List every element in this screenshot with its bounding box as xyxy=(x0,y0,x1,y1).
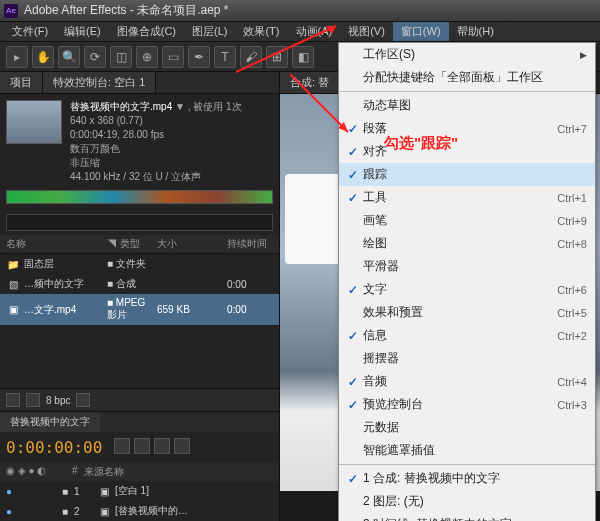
col-dur[interactable]: 持续时间 xyxy=(227,237,273,251)
menu-file[interactable]: 文件(F) xyxy=(4,22,56,41)
menu-item-label: 文字 xyxy=(363,281,557,298)
menu-item[interactable]: ✓跟踪 xyxy=(339,163,595,186)
tab-effects[interactable]: 特效控制台: 空白 1 xyxy=(43,72,156,93)
anchor-tool-icon[interactable]: ⊕ xyxy=(136,46,158,68)
camera-tool-icon[interactable]: ◫ xyxy=(110,46,132,68)
footage-color-strip xyxy=(6,190,273,204)
timecode[interactable]: 0:00:00:00 xyxy=(0,432,108,463)
project-rows: 📁固态层■ 文件夹▧…频中的文字■ 合成0:00▣…文字.mp4■ MPEG 影… xyxy=(0,254,279,388)
column-header: 名称 ◥ 类型 大小 持续时间 xyxy=(0,235,279,254)
menu-item[interactable]: ✓1 合成: 替换视频中的文字 xyxy=(339,467,595,490)
pen-tool-icon[interactable]: ✒ xyxy=(188,46,210,68)
menu-item[interactable]: 动态草图 xyxy=(339,94,595,117)
menu-item[interactable]: 元数据 xyxy=(339,416,595,439)
submenu-arrow-icon: ▶ xyxy=(580,50,587,60)
menu-item-label: 段落 xyxy=(363,120,557,137)
menu-item-label: 2 图层: (无) xyxy=(363,493,587,510)
menu-layer[interactable]: 图层(L) xyxy=(184,22,235,41)
tab-comp[interactable]: 合成: 替 xyxy=(280,72,340,93)
eye-icon[interactable]: ● xyxy=(6,506,20,517)
menu-item[interactable]: 平滑器 xyxy=(339,255,595,278)
menu-item[interactable]: ✓预览控制台Ctrl+3 xyxy=(339,393,595,416)
timeline-layer[interactable]: ●■2▣[替换视频中的… xyxy=(0,501,279,521)
menu-shortcut: Ctrl+8 xyxy=(557,238,587,250)
menu-item-label: 绘图 xyxy=(363,235,557,252)
layer-color-icon[interactable]: ■ xyxy=(62,506,68,517)
menu-item[interactable]: 智能遮罩插值 xyxy=(339,439,595,462)
app-logo-icon: Ae xyxy=(4,4,18,18)
menu-item-label: 智能遮罩插值 xyxy=(363,442,587,459)
menu-item[interactable]: 工作区(S)▶ xyxy=(339,43,595,66)
window-menu-dropdown: 工作区(S)▶分配快捷键给「全部面板」工作区动态草图✓段落Ctrl+7✓对齐✓跟… xyxy=(338,42,596,521)
eraser-tool-icon[interactable]: ◧ xyxy=(292,46,314,68)
text-tool-icon[interactable]: T xyxy=(214,46,236,68)
layer-icon: ▣ xyxy=(100,486,109,497)
row-type: ■ MPEG 影片 xyxy=(107,297,157,322)
project-row[interactable]: 📁固态层■ 文件夹 xyxy=(0,254,279,274)
menu-item[interactable]: ✓对齐 xyxy=(339,140,595,163)
eye-icon[interactable]: ● xyxy=(6,486,20,497)
timeline-tab[interactable]: 替换视频中的文字 xyxy=(0,412,100,432)
tab-project[interactable]: 项目 xyxy=(0,72,43,93)
stamp-tool-icon[interactable]: ⊞ xyxy=(266,46,288,68)
bpc-btn3-icon[interactable] xyxy=(76,393,90,407)
search-input[interactable] xyxy=(6,214,273,231)
brush-tool-icon[interactable]: 🖌 xyxy=(240,46,262,68)
row-name: …频中的文字 xyxy=(24,277,84,291)
layer-color-icon[interactable]: ■ xyxy=(62,486,68,497)
menu-help[interactable]: 帮助(H) xyxy=(449,22,502,41)
menu-shortcut: Ctrl+7 xyxy=(557,123,587,135)
row-name: …文字.mp4 xyxy=(24,303,76,317)
col-type[interactable]: 类型 xyxy=(120,238,140,249)
bpc-label[interactable]: 8 bpc xyxy=(46,395,70,406)
menu-shortcut: Ctrl+1 xyxy=(557,192,587,204)
menu-view[interactable]: 视图(V) xyxy=(340,22,393,41)
tl-tool1-icon[interactable] xyxy=(114,438,130,454)
menu-shortcut: Ctrl+2 xyxy=(557,330,587,342)
menu-shortcut: Ctrl+4 xyxy=(557,376,587,388)
check-icon: ✓ xyxy=(343,398,363,412)
menu-item[interactable]: ✓段落Ctrl+7 xyxy=(339,117,595,140)
menu-item[interactable]: 摇摆器 xyxy=(339,347,595,370)
menu-item[interactable]: 效果和预置Ctrl+5 xyxy=(339,301,595,324)
selection-tool-icon[interactable]: ▸ xyxy=(6,46,28,68)
menu-shortcut: Ctrl+6 xyxy=(557,284,587,296)
layer-icon: ▣ xyxy=(100,506,109,517)
menu-composition[interactable]: 图像合成(C) xyxy=(109,22,184,41)
menu-item[interactable]: 分配快捷键给「全部面板」工作区 xyxy=(339,66,595,89)
menu-item[interactable]: ✓3 时间线: 替换视频中的文字 xyxy=(339,513,595,521)
check-icon: ✓ xyxy=(343,472,363,486)
timeline-layer[interactable]: ●■1▣[空白 1] xyxy=(0,481,279,501)
row-type: ■ 合成 xyxy=(107,277,157,291)
menu-edit[interactable]: 编辑(E) xyxy=(56,22,109,41)
menu-item[interactable]: ✓信息Ctrl+2 xyxy=(339,324,595,347)
zoom-tool-icon[interactable]: 🔍 xyxy=(58,46,80,68)
tl-tool2-icon[interactable] xyxy=(134,438,150,454)
hand-tool-icon[interactable]: ✋ xyxy=(32,46,54,68)
bpc-btn-icon[interactable] xyxy=(6,393,20,407)
col-size[interactable]: 大小 xyxy=(157,237,227,251)
project-row[interactable]: ▧…频中的文字■ 合成0:00 xyxy=(0,274,279,294)
menu-item[interactable]: ✓音频Ctrl+4 xyxy=(339,370,595,393)
tl-tool4-icon[interactable] xyxy=(174,438,190,454)
project-row[interactable]: ▣…文字.mp4■ MPEG 影片659 KB0:00 xyxy=(0,294,279,325)
col-name[interactable]: 名称 xyxy=(6,237,107,251)
menu-item[interactable]: ✓工具Ctrl+1 xyxy=(339,186,595,209)
rotate-tool-icon[interactable]: ⟳ xyxy=(84,46,106,68)
menu-animation[interactable]: 动画(A) xyxy=(288,22,341,41)
menu-item[interactable]: ✓文字Ctrl+6 xyxy=(339,278,595,301)
menu-effect[interactable]: 效果(T) xyxy=(235,22,287,41)
check-icon: ✓ xyxy=(343,375,363,389)
menu-window[interactable]: 窗口(W) xyxy=(393,22,449,41)
menu-item[interactable]: 2 图层: (无) xyxy=(339,490,595,513)
tl-tool3-icon[interactable] xyxy=(154,438,170,454)
bpc-btn2-icon[interactable] xyxy=(26,393,40,407)
menu-item-label: 音频 xyxy=(363,373,557,390)
footage-compress: 非压缩 xyxy=(70,157,100,168)
check-icon: ✓ xyxy=(343,329,363,343)
menu-item[interactable]: 画笔Ctrl+9 xyxy=(339,209,595,232)
window-title: Adobe After Effects - 未命名项目.aep * xyxy=(24,2,229,19)
menu-item[interactable]: 绘图Ctrl+8 xyxy=(339,232,595,255)
row-type: ■ 文件夹 xyxy=(107,257,157,271)
rect-tool-icon[interactable]: ▭ xyxy=(162,46,184,68)
